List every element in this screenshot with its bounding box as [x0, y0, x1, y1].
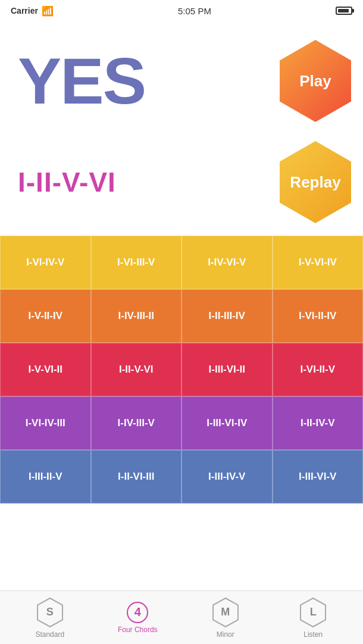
- tab-letter-listen: L: [310, 606, 317, 618]
- grid-cell[interactable]: I-II-III-IV: [182, 289, 273, 343]
- tab-letter-minor: M: [221, 606, 230, 618]
- hero-row: YES Play: [0, 21, 363, 140]
- tab-four-chords-label: Four Chords: [118, 626, 158, 634]
- grid-cell[interactable]: I-IV-VI-V: [182, 236, 273, 289]
- grid-cell[interactable]: I-VI-II-IV: [273, 289, 364, 343]
- grid-cell[interactable]: I-V-VI-II: [0, 343, 91, 396]
- tab-bar: S Standard 4 Four Chords M Minor L Liste…: [0, 590, 363, 644]
- tab-label-standard: Standard: [35, 630, 64, 639]
- grid-cell[interactable]: I-III-II-V: [0, 450, 91, 504]
- grid-cell[interactable]: I-IV-III-II: [91, 289, 182, 343]
- grid-cell[interactable]: I-VI-II-V: [273, 343, 364, 396]
- wifi-icon: 📶: [42, 5, 54, 17]
- tab-hex-listen: L: [299, 597, 327, 628]
- grid-cell[interactable]: I-III-IV-V: [182, 450, 273, 504]
- grid-cell[interactable]: I-IV-III-V: [91, 396, 182, 450]
- progression-row: I-II-V-VI Replay: [0, 129, 363, 236]
- yes-text: YES: [18, 48, 145, 114]
- tab-four-chords-badge: 4: [127, 602, 148, 623]
- tab-four-chords[interactable]: 4 Four Chords: [94, 602, 182, 634]
- tab-hex-standard: S: [36, 597, 64, 628]
- tab-letter-standard: S: [46, 606, 54, 618]
- chord-progression: I-II-V-VI: [18, 166, 116, 198]
- grid-cell[interactable]: I-VI-III-V: [91, 236, 182, 289]
- grid-cell[interactable]: I-VI-IV-V: [0, 236, 91, 289]
- grid-cell[interactable]: I-II-V-VI: [91, 343, 182, 396]
- grid-cell[interactable]: I-VI-IV-III: [0, 396, 91, 450]
- tab-minor[interactable]: M Minor: [182, 597, 270, 639]
- tab-standard[interactable]: S Standard: [6, 597, 94, 639]
- battery-area: [336, 7, 352, 15]
- status-bar: Carrier 📶 5:05 PM: [0, 0, 363, 21]
- grid-cell[interactable]: I-III-VI-IV: [182, 396, 273, 450]
- carrier-label: Carrier: [11, 6, 38, 15]
- tab-label-minor: Minor: [217, 630, 234, 639]
- grid-cell[interactable]: I-III-VI-II: [182, 343, 273, 396]
- grid-cell[interactable]: I-III-VI-V: [273, 450, 364, 504]
- replay-button[interactable]: Replay: [280, 141, 351, 223]
- time-label: 5:05 PM: [178, 6, 211, 16]
- grid-cell[interactable]: I-V-VI-IV: [273, 236, 364, 289]
- tab-listen[interactable]: L Listen: [270, 597, 358, 639]
- grid-cell[interactable]: I-II-VI-III: [91, 450, 182, 504]
- play-button[interactable]: Play: [280, 40, 351, 122]
- grid-cell[interactable]: I-II-IV-V: [273, 396, 364, 450]
- chord-grid: I-VI-IV-VI-VI-III-VI-IV-VI-VI-V-VI-IVI-V…: [0, 236, 363, 504]
- tab-label-listen: Listen: [303, 630, 323, 639]
- battery-icon: [336, 7, 352, 15]
- grid-cell[interactable]: I-V-II-IV: [0, 289, 91, 343]
- tab-hex-minor: M: [212, 597, 239, 628]
